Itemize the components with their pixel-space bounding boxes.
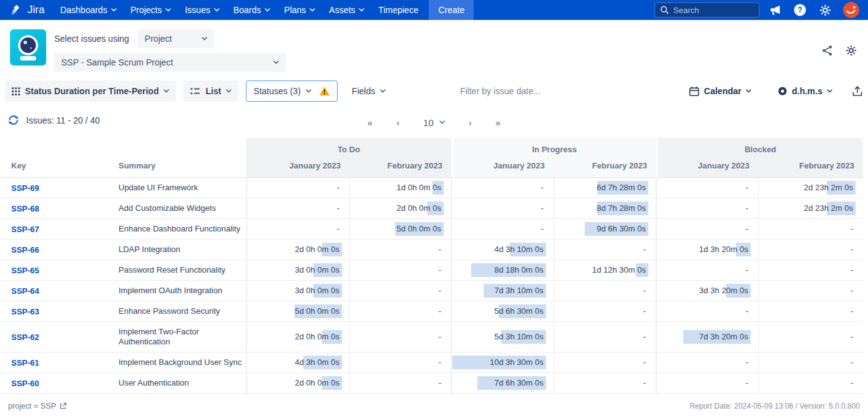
page-size-select[interactable]: 10 (421, 116, 447, 129)
duration-cell: - (553, 301, 656, 322)
duration-value: 3d 0h 0m 0s (295, 265, 339, 275)
help-button[interactable]: ? (791, 0, 809, 20)
warning-icon (319, 86, 330, 96)
view-select-value: List (205, 86, 221, 96)
issue-key-link[interactable]: SSP-63 (11, 307, 39, 316)
duration-cell: - (656, 260, 758, 281)
chevron-down-icon (265, 8, 270, 12)
report-table-body: SSP-69Update UI Framework-1d 0h 0m 0s-6d… (0, 178, 863, 394)
first-page-button[interactable]: « (365, 116, 375, 129)
duration-value: - (851, 245, 853, 254)
duration-cell: 5d 6h 30m 0s (451, 301, 553, 322)
report-type-select[interactable]: Status Duration per Time-Period (5, 80, 176, 102)
search-box[interactable] (655, 2, 759, 17)
duration-cell: 3d 3h 20m 0s (656, 281, 758, 301)
nav-item-projects[interactable]: Projects (124, 0, 178, 20)
nav-item-plans[interactable]: Plans (277, 0, 322, 20)
issue-summary: Enhance Dashboard Functionality (115, 219, 246, 240)
issue-row: SSP-68Add Customizable Widgets-2d 0h 0m … (0, 198, 863, 219)
next-page-button[interactable]: › (466, 116, 474, 129)
duration-value: 1d 12h 30m 0s (592, 265, 646, 275)
select-issues-label: Select issues using (54, 34, 129, 44)
issue-source-select[interactable]: Project (138, 29, 214, 48)
chevron-down-icon (746, 89, 751, 93)
duration-cell: - (349, 281, 451, 301)
last-page-button[interactable]: » (493, 116, 503, 129)
duration-cell: 4d 3h 0m 0s (246, 352, 349, 373)
issue-key-cell: SSP-67 (0, 219, 115, 240)
issue-key-cell: SSP-65 (0, 260, 115, 281)
svg-text:?: ? (797, 6, 802, 14)
nav-item-dashboards[interactable]: Dashboards (53, 0, 124, 20)
duration-cell: - (553, 373, 656, 394)
announcements-button[interactable] (766, 0, 784, 20)
prev-page-button[interactable]: ‹ (394, 116, 402, 129)
nav-item-label: Dashboards (60, 5, 107, 15)
duration-value: - (439, 332, 441, 341)
issue-key-link[interactable]: SSP-66 (11, 245, 39, 255)
issue-key-link[interactable]: SSP-61 (11, 358, 39, 367)
duration-cell: - (349, 240, 451, 260)
duration-cell: - (451, 178, 553, 198)
create-button[interactable]: Create (429, 0, 474, 20)
duration-cell: - (656, 373, 758, 394)
duration-cell: - (758, 301, 863, 322)
issue-key-link[interactable]: SSP-65 (11, 266, 39, 275)
nav-item-issues[interactable]: Issues (178, 0, 226, 20)
duration-cell: - (553, 352, 656, 373)
issue-row: SSP-69Update UI Framework-1d 0h 0m 0s-6d… (0, 178, 863, 198)
report-table: To DoIn ProgressBlocked Key Summary Janu… (0, 138, 863, 394)
duration-cell: 2d 23h 2m 0s (758, 178, 863, 198)
issue-key-link[interactable]: SSP-64 (11, 286, 39, 296)
view-select[interactable]: List (183, 80, 238, 102)
duration-value: 2d 0h 0m 0s (396, 203, 441, 213)
duration-cell: - (349, 322, 451, 352)
time-format-value: d.h.m.s (792, 86, 822, 96)
issue-key-link[interactable]: SSP-68 (11, 204, 39, 213)
issue-date-filter-input[interactable] (460, 86, 585, 96)
export-button[interactable] (852, 85, 863, 97)
share-button[interactable] (822, 45, 833, 56)
issue-key-link[interactable]: SSP-67 (11, 225, 39, 234)
topnav-right: ? (655, 0, 859, 20)
search-icon (660, 6, 669, 14)
duration-value: - (851, 286, 853, 295)
fields-select[interactable]: Fields (345, 80, 393, 102)
duration-cell: - (553, 281, 656, 301)
export-icon (852, 85, 863, 97)
report-type-value: Status Duration per Time-Period (25, 86, 158, 96)
open-query-link[interactable] (59, 402, 67, 410)
duration-value: 2d 0h 0m 0s (295, 332, 339, 341)
report-settings-button[interactable] (846, 45, 857, 56)
duration-cell: - (656, 219, 758, 240)
project-select[interactable]: SSP - Sample Scrum Project (54, 53, 286, 72)
duration-cell: - (758, 322, 863, 352)
refresh-button[interactable] (7, 114, 19, 126)
duration-cell: - (758, 352, 863, 373)
nav-item-boards[interactable]: Boards (227, 0, 277, 20)
issue-summary: Implement OAuth Integration (115, 281, 246, 301)
jira-home-link[interactable]: Jira (10, 4, 44, 17)
nav-item-assets[interactable]: Assets (322, 0, 371, 20)
duration-cell: 3d 0h 0m 0s (246, 281, 349, 301)
duration-cell: 7d 6h 30m 0s (451, 373, 553, 394)
user-avatar[interactable] (843, 2, 859, 18)
fields-select-value: Fields (352, 86, 375, 96)
duration-value: - (746, 224, 748, 233)
issue-key-link[interactable]: SSP-60 (11, 379, 39, 388)
statuses-filter-select[interactable]: Statuses (3) (246, 80, 337, 102)
calendar-select[interactable]: Calendar (682, 80, 758, 102)
calendar-select-value: Calendar (704, 86, 741, 96)
report-footer: project = SSP Report Date: 2024-05-09 13… (0, 402, 868, 411)
duration-cell: - (349, 373, 451, 394)
duration-value: - (746, 306, 748, 316)
time-format-select[interactable]: d.h.m.s (771, 80, 839, 102)
admin-settings-button[interactable] (816, 0, 834, 20)
duration-cell: 8d 7h 28m 0s (553, 198, 656, 219)
issue-key-link[interactable]: SSP-62 (11, 333, 39, 342)
nav-item-timepiece[interactable]: Timepiece (371, 0, 425, 20)
chevron-down-icon (111, 8, 117, 12)
search-input[interactable] (673, 6, 748, 15)
issue-key-link[interactable]: SSP-69 (11, 183, 39, 193)
chevron-down-icon (359, 8, 364, 12)
